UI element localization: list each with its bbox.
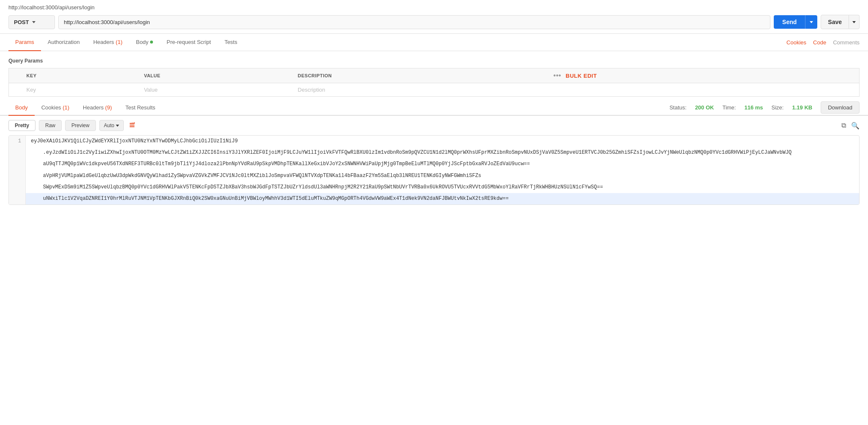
auto-chevron-icon <box>116 125 119 127</box>
tab-tests[interactable]: Tests <box>218 34 244 51</box>
method-text: POST <box>14 19 29 25</box>
tab-authorization[interactable]: Authorization <box>41 34 87 51</box>
line-content-3: aU9qTTJMQ0p1WVc1dkpveU56TXdNREF3TURBc0lt… <box>26 158 859 170</box>
pretty-button[interactable]: Pretty <box>8 120 35 131</box>
line-number-1: 1 <box>9 136 26 147</box>
row-checkbox <box>9 83 22 97</box>
response-toolbar: Pretty Raw Preview Auto ≡⃗ ⧉ 🔍 <box>0 116 868 135</box>
response-tab-test-results[interactable]: Test Results <box>119 100 162 116</box>
tab-code[interactable]: Code <box>813 34 826 51</box>
params-col-actions: ••• Bulk Edit <box>549 68 860 83</box>
status-label: Status: <box>669 104 686 111</box>
request-bar: POST Send Save <box>8 15 860 29</box>
status-value: 200 OK <box>695 104 714 111</box>
tab-tests-label: Tests <box>224 39 237 45</box>
line-content-6: uNWxiTlc1V2VqaDZNREI1Y0hrMlRuVTJNM1VpTEN… <box>26 193 859 204</box>
line-content-5: SWpvMExDSm9iM1Z5SWpveUlqbzBMQ0p0YVc1dGRH… <box>26 182 859 193</box>
save-dropdown-button[interactable] <box>849 15 860 29</box>
params-col-description: DESCRIPTION <box>293 68 549 83</box>
tab-body[interactable]: Body <box>129 34 160 51</box>
response-tab-body[interactable]: Body <box>8 100 35 116</box>
code-line-6: uNWxiTlc1V2VqaDZNREI1Y0hrMlRuVTJNM1VpTEN… <box>9 193 859 204</box>
save-chevron-icon <box>852 21 856 23</box>
bulk-edit-button[interactable]: Bulk Edit <box>566 73 597 79</box>
body-dot-icon <box>150 41 153 44</box>
time-label: Time: <box>722 104 736 111</box>
row-value[interactable]: Value <box>139 83 293 97</box>
params-col-checkbox <box>9 68 22 83</box>
row-description[interactable]: Description <box>293 83 549 97</box>
tab-pre-request[interactable]: Pre-request Script <box>160 34 218 51</box>
tab-comments[interactable]: Comments <box>833 34 860 51</box>
size-label: Size: <box>772 104 784 111</box>
method-chevron-icon <box>32 21 35 23</box>
response-tab-headers[interactable]: Headers (9) <box>76 100 119 116</box>
tab-headers[interactable]: Headers (1) <box>87 34 129 51</box>
more-options-icon[interactable]: ••• <box>554 72 561 79</box>
response-tab-body-label: Body <box>15 104 28 111</box>
right-tabs: Cookies Code Comments <box>786 34 860 51</box>
response-tab-headers-count: (9) <box>105 104 112 111</box>
send-group: Send <box>774 15 817 29</box>
response-tab-cookies-count: (1) <box>63 104 69 111</box>
raw-button[interactable]: Raw <box>39 120 62 131</box>
wrap-icon[interactable]: ≡⃗ <box>129 121 135 130</box>
time-value: 116 ms <box>744 104 763 111</box>
response-tab-headers-label: Headers <box>83 104 105 111</box>
tab-cookies[interactable]: Cookies <box>786 34 806 51</box>
right-icons: ⧉ 🔍 <box>841 122 860 130</box>
params-col-key: KEY <box>22 68 139 83</box>
tab-body-label: Body <box>136 39 149 45</box>
url-input[interactable] <box>58 15 770 29</box>
tab-authorization-label: Authorization <box>48 39 80 45</box>
send-button[interactable]: Send <box>774 15 805 29</box>
params-table: KEY VALUE DESCRIPTION ••• Bulk Edit Key … <box>8 68 860 97</box>
size-value: 1.19 KB <box>792 104 812 111</box>
auto-label: Auto <box>104 123 115 128</box>
send-dropdown-button[interactable] <box>805 15 817 29</box>
tab-headers-label: Headers <box>93 39 114 45</box>
tab-params-label: Params <box>15 39 34 45</box>
send-chevron-icon <box>810 21 813 23</box>
code-line-1: 1 eyJ0eXAiOiJKV1QiLCJyZWdEYXRlIjoxNTU0Nz… <box>9 136 859 147</box>
method-select[interactable]: POST <box>8 15 55 29</box>
tab-headers-count: (1) <box>116 39 123 45</box>
tab-pre-request-label: Pre-request Script <box>167 39 211 45</box>
line-number-5 <box>9 182 26 193</box>
save-group: Save <box>821 15 860 29</box>
params-col-value: VALUE <box>139 68 293 83</box>
line-content-1: eyJ0eXAiOiJKV1QiLCJyZWdEYXRlIjoxNTU0NzYx… <box>26 136 859 147</box>
auto-select[interactable]: Auto <box>99 120 124 131</box>
line-number-2 <box>9 147 26 158</box>
code-line-2: .eyJzdWIiOiJ1c2VyIiwiZXhwIjoxNTU0OTM0MzY… <box>9 147 859 158</box>
code-line-5: SWpvMExDSm9iM1Z5SWpveUlqbzBMQ0p0YVc1dGRH… <box>9 182 859 193</box>
save-button[interactable]: Save <box>821 15 849 29</box>
url-title: http://localhost:3000/api/users/login <box>8 4 860 11</box>
line-number-6 <box>9 193 26 204</box>
row-key[interactable]: Key <box>22 83 139 97</box>
preview-button[interactable]: Preview <box>65 120 96 131</box>
query-params-section: Query Params KEY VALUE DESCRIPTION ••• B… <box>0 51 868 97</box>
code-area: 1 eyJ0eXAiOiJKV1QiLCJyZWdEYXRlIjoxNTU0Nz… <box>8 135 860 205</box>
table-row: Key Value Description <box>9 83 860 97</box>
copy-icon[interactable]: ⧉ <box>841 122 846 129</box>
line-number-4 <box>9 170 26 182</box>
response-tab-test-results-label: Test Results <box>126 104 156 111</box>
response-tab-cookies-label: Cookies <box>41 104 63 111</box>
response-tabs-bar: Body Cookies (1) Headers (9) Test Result… <box>0 100 868 116</box>
line-number-3 <box>9 158 26 170</box>
line-content-4: aVpHRjVUMlpaWldGeUlqbzUwU3dpWkdGNVQyWlha… <box>26 170 859 182</box>
code-line-3: aU9qTTJMQ0p1WVc1dkpveU56TXdNREF3TURBc0lt… <box>9 158 859 170</box>
query-params-title: Query Params <box>8 58 860 64</box>
response-tab-cookies[interactable]: Cookies (1) <box>35 100 76 116</box>
code-line-4: aVpHRjVUMlpaWldGeUlqbzUwU3dpWkdGNVQyWlha… <box>9 170 859 182</box>
line-content-2: .eyJzdWIiOiJ1c2VyIiwiZXhwIjoxNTU0OTM0MzY… <box>26 147 859 158</box>
request-tabs-bar: Params Authorization Headers (1) Body Pr… <box>0 34 868 51</box>
search-icon[interactable]: 🔍 <box>851 122 860 130</box>
row-actions <box>549 83 860 97</box>
download-button[interactable]: Download <box>821 101 860 114</box>
status-bar: Status: 200 OK Time: 116 ms Size: 1.19 K… <box>669 101 860 114</box>
tab-params[interactable]: Params <box>8 34 41 51</box>
